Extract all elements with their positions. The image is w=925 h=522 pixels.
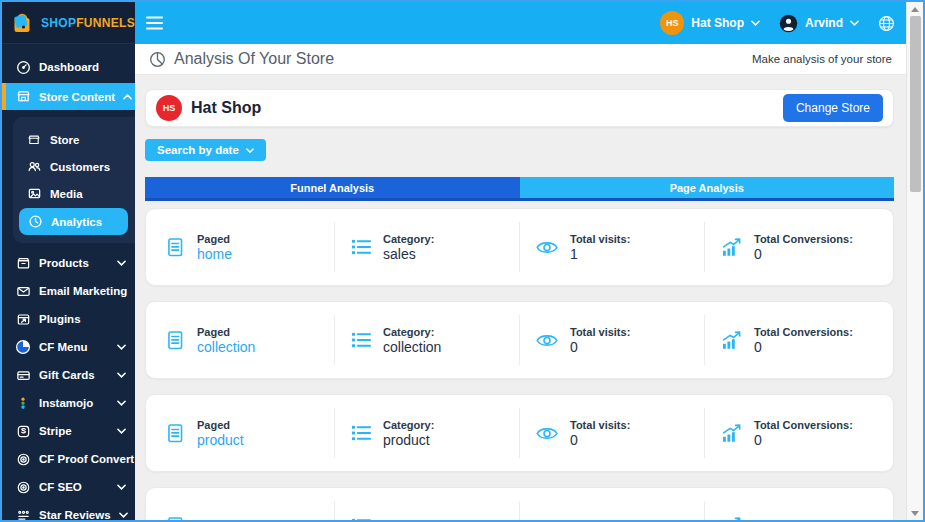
- analysis-row-home: Pagedhome Category:sales Total visits:1 …: [145, 208, 894, 286]
- conversions-cell: Total Conversions:0: [704, 222, 889, 272]
- chevron-down-icon: [246, 148, 254, 153]
- sidebar-item-analytics[interactable]: Analytics: [19, 208, 128, 235]
- sidebar-item-star-reviews[interactable]: Star Reviews: [2, 501, 135, 520]
- list-icon: [350, 330, 372, 350]
- scroll-down-button[interactable]: [907, 506, 923, 520]
- category-cell: Category:collection: [334, 315, 519, 365]
- sidebar-item-store[interactable]: Store: [13, 126, 135, 153]
- chevron-down-icon: [117, 372, 126, 378]
- sidebar-item-gift-cards[interactable]: Gift Cards: [2, 361, 135, 389]
- page-link[interactable]: collection: [197, 339, 255, 355]
- store-info-card: HS Hat Shop Change Store: [145, 89, 894, 127]
- store-avatar: HS: [660, 11, 684, 35]
- search-by-date-button[interactable]: Search by date: [145, 139, 266, 161]
- topbar-user-name: Arvind: [805, 16, 843, 30]
- chevron-down-icon: [117, 428, 126, 434]
- page-cell: Pagedproduct: [150, 408, 334, 458]
- visits-cell: Total visits:0: [519, 408, 704, 458]
- sidebar-item-stripe[interactable]: Stripe: [2, 417, 135, 445]
- page-header: Analysis Of Your Store Make analysis of …: [135, 44, 906, 75]
- shopping-bag-logo-icon: [10, 10, 34, 36]
- chevron-down-icon: [119, 512, 128, 518]
- tab-funnel-analysis[interactable]: Funnel Analysis: [145, 177, 520, 198]
- user-menu[interactable]: Arvind: [779, 14, 859, 33]
- sidebar-item-customers[interactable]: Customers: [13, 153, 135, 180]
- stripe-logo-icon: [15, 423, 31, 439]
- brand-name: SHOPFUNNELS: [41, 16, 135, 30]
- sidebar-item-store-content[interactable]: Store Content: [2, 83, 135, 110]
- customers-icon: [26, 159, 42, 175]
- visits-cell: Total visits:0: [519, 315, 704, 365]
- conversions-chart-icon: [720, 237, 743, 258]
- sidebar: SHOPFUNNELS Dashboard Store Content: [2, 2, 135, 520]
- chevron-down-icon: [117, 344, 126, 350]
- media-icon: [26, 186, 42, 202]
- document-icon: [165, 329, 186, 352]
- eye-icon: [535, 239, 559, 256]
- conversions-cell: Total Conversions:0: [704, 408, 889, 458]
- globe-language-icon[interactable]: [878, 15, 895, 32]
- eye-icon: [535, 518, 559, 521]
- page-cell: Paged: [150, 501, 334, 520]
- page-link[interactable]: home: [197, 246, 232, 262]
- gift-card-icon: [15, 367, 31, 383]
- content-area: HS Hat Shop Change Store Search by date …: [135, 75, 906, 520]
- analytics-clock-icon: [27, 214, 43, 230]
- store-icon: [26, 132, 42, 148]
- scroll-down-icon: [911, 511, 919, 516]
- brand-logo[interactable]: SHOPFUNNELS: [2, 2, 135, 44]
- vertical-scrollbar[interactable]: [906, 2, 923, 520]
- conversions-chart-icon: [720, 423, 743, 444]
- tab-page-analysis[interactable]: Page Analysis: [520, 177, 895, 198]
- chevron-down-icon: [850, 20, 859, 26]
- analysis-row-collection: Pagedcollection Category:collection Tota…: [145, 301, 894, 379]
- user-avatar-icon: [779, 14, 798, 33]
- page-cell: Pagedhome: [150, 222, 334, 272]
- analysis-row-product: Pagedproduct Category:product Total visi…: [145, 394, 894, 472]
- page-cell: Pagedcollection: [150, 315, 334, 365]
- page-title: Analysis Of Your Store: [149, 50, 334, 68]
- main-area: HS Hat Shop Arvind: [135, 2, 906, 520]
- sidebar-item-email-marketing[interactable]: Email Marketing: [2, 277, 135, 305]
- bullseye-icon: [15, 451, 31, 467]
- sidebar-item-dashboard[interactable]: Dashboard: [2, 53, 135, 81]
- analysis-tabs: Funnel Analysis Page Analysis: [145, 177, 894, 201]
- category-cell: Category:product: [334, 408, 519, 458]
- list-icon: [350, 423, 372, 443]
- cf-menu-logo-icon: [15, 339, 31, 355]
- sidebar-item-cf-seo[interactable]: CF SEO: [2, 473, 135, 501]
- page-link[interactable]: product: [197, 432, 244, 448]
- app-window: SHOPFUNNELS Dashboard Store Content: [0, 0, 925, 522]
- hamburger-menu-icon[interactable]: [146, 16, 164, 30]
- sidebar-item-plugins[interactable]: Plugins: [2, 305, 135, 333]
- scrollbar-thumb[interactable]: [910, 16, 921, 192]
- store-badge: HS: [156, 95, 182, 121]
- conversions-cell: Total Conversions:: [704, 501, 889, 520]
- document-icon: [165, 515, 186, 521]
- conversions-chart-icon: [720, 330, 743, 351]
- store-content-submenu: Store Customers Media: [13, 117, 135, 243]
- sidebar-item-cf-proof-convert[interactable]: CF Proof Convert: [2, 445, 135, 473]
- storefront-icon: [15, 89, 31, 105]
- plugins-icon: [15, 311, 31, 327]
- store-name: Hat Shop: [191, 99, 261, 117]
- analysis-pie-icon: [149, 51, 166, 68]
- change-store-button[interactable]: Change Store: [783, 94, 883, 122]
- store-switcher[interactable]: HS Hat Shop: [660, 11, 760, 35]
- sidebar-item-media[interactable]: Media: [13, 180, 135, 207]
- visits-cell: Total visits:1: [519, 222, 704, 272]
- sidebar-item-products[interactable]: Products: [2, 249, 135, 277]
- chevron-down-icon: [117, 484, 126, 490]
- topbar: HS Hat Shop Arvind: [135, 2, 906, 44]
- scroll-up-button[interactable]: [907, 2, 923, 16]
- sidebar-item-instamojo[interactable]: Instamojo: [2, 389, 135, 417]
- category-cell: Category:sales: [334, 222, 519, 272]
- sidebar-nav: Dashboard Store Content Store: [2, 44, 135, 520]
- scroll-up-icon: [911, 7, 919, 12]
- sidebar-item-cf-menu[interactable]: CF Menu: [2, 333, 135, 361]
- chevron-down-icon: [117, 260, 126, 266]
- analysis-row-partial: Paged Category: Total visits: Total Conv…: [145, 487, 894, 520]
- eye-icon: [535, 425, 559, 442]
- products-box-icon: [15, 255, 31, 271]
- visits-cell: Total visits:: [519, 501, 704, 520]
